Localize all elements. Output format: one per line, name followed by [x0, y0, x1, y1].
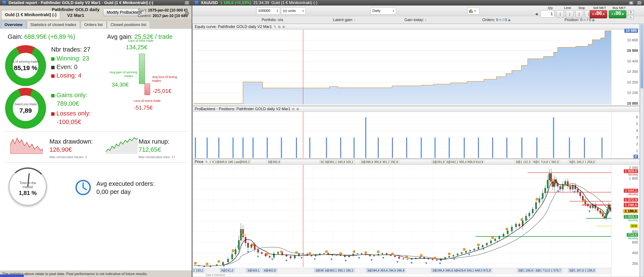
menu-icon[interactable]: ▤	[629, 1, 634, 5]
stop-stepper-button[interactable]: ▲▼	[566, 10, 574, 18]
entry-annotation: 3@398,9 355,8 301,2 292,8	[360, 160, 399, 164]
vertical-scrollbar[interactable]	[640, 24, 644, 277]
best-trade-value: 134,25€	[126, 44, 147, 51]
restore-icon[interactable]: ❐	[184, 1, 190, 5]
positions-plot[interactable]	[194, 112, 611, 158]
collapse-left-icon[interactable]: ◀	[535, 10, 538, 20]
chevron-down-icon: ▾	[302, 9, 304, 12]
restore-icon[interactable]: ❐	[637, 1, 642, 5]
axis-label: 1 800	[629, 177, 638, 181]
price-panel: Price ✎ ⧉ ⊗ ⊞ Year2@945,6 186,7Low@505,2…	[193, 159, 640, 277]
axis-label: 1 053,1Monthly	[624, 215, 638, 222]
copy-icon[interactable]: ⧉	[292, 107, 294, 111]
report-titlebar[interactable]: Detailed report - Pathfinder GOLD daily …	[0, 0, 192, 5]
axis-label: 1	[636, 149, 638, 153]
max-consec-wins: Max consecutive wins: 17	[138, 155, 175, 159]
tab-overview[interactable]: Overview	[1, 21, 26, 28]
equity-panel: Equity curve: Pathfinder GOLD daily V2 M…	[193, 24, 640, 106]
chart-type-button[interactable]: ▾	[467, 7, 480, 14]
screen: Detailed report - Pathfinder GOLD daily …	[0, 0, 644, 277]
entry-annotation: Low@505,2	[233, 160, 251, 164]
taskbar-fragment[interactable]	[0, 275, 24, 277]
axis-label: 10 000	[627, 102, 638, 106]
sell-mkt-label: Sell MKT	[593, 6, 606, 9]
chevron-down-icon: ▾	[474, 9, 476, 12]
portfolio-status: Portfolio: n/a	[262, 18, 283, 22]
axis-label: 400	[632, 251, 638, 255]
order-tool-buttons: ▲▼ ▲▼ ▲▼ ▲▼	[556, 10, 593, 18]
axis-label: 713,5Monthly	[627, 233, 638, 240]
exit-annotation: 3@1 108,8	[517, 269, 534, 272]
exit-annotation: 3@402,6	[263, 269, 277, 272]
tab-statistics-of-closed-trades[interactable]: Statistics of closed trades	[27, 21, 80, 28]
losing-count: Losing: 4	[51, 72, 82, 79]
clock-icon	[74, 179, 92, 196]
worst-trade-label: Loss of worst trade	[128, 99, 166, 103]
even-count: Even: 0	[51, 63, 78, 70]
order-entry-panel: Qty Limit Stop Sell MKT Buy MKT ◀ ▲▼ ▲▼ …	[535, 6, 643, 19]
limit-order-toggle[interactable]: L	[628, 15, 634, 19]
entry-annotations-row: Year2@945,6 186,7Low@505,23@392,93@399,9…	[194, 160, 611, 165]
entry-annotation: 3@361,1 345,9 329,1	[324, 160, 354, 164]
max-runup-value: 712,65€	[138, 146, 161, 153]
avg-loss-value: -25,01€	[153, 88, 172, 94]
stop-label: Stop	[578, 6, 585, 9]
chart-titlebar[interactable]: XAUUSD 1 186,6 (+0,33%) 21:34:39 Guld (1…	[192, 0, 644, 5]
time-in-market-gauge: Time in the market 1,81 %	[8, 168, 47, 206]
positions-panel-header: ProBacktest - Positions: Pathfinder GOLD…	[193, 106, 640, 112]
chevron-down-icon: ▾	[393, 9, 394, 12]
data-note: Data is indicative	[206, 274, 225, 277]
equity-curve-plot[interactable]	[194, 30, 611, 105]
equity-axis: 10 00010 10010 20010 30010 40010 50010 6…	[612, 30, 639, 105]
buy-mkt-button[interactable]: 1 186,8	[609, 10, 626, 18]
gains-only-value: 789,00€	[57, 100, 79, 107]
quantity-spinner[interactable]: 100000 ▲▼	[256, 7, 280, 14]
order-link-button[interactable]: ▲▼	[575, 10, 583, 18]
scrollbar-thumb[interactable]	[640, 24, 643, 88]
gear-icon[interactable]: ⚙	[184, 10, 190, 17]
units-dropdown[interactable]: (x) units ▾	[281, 7, 306, 14]
report-app-icon	[2, 1, 6, 5]
winning-count: Winning: 23	[51, 55, 89, 62]
axis-label: 600	[632, 241, 638, 245]
chart-app-icon	[194, 1, 199, 5]
axis-label: 200	[632, 262, 638, 266]
axis-label: 10 600	[627, 38, 638, 42]
latent-gain-status: Latent gain: -	[333, 18, 355, 22]
sell-mkt-button[interactable]: 1 186,4	[590, 10, 607, 18]
avg-win-label: Avg gain of winning trades →	[105, 70, 137, 78]
axis-label: 2	[636, 142, 638, 146]
entry-annotation: 3@1 184,2 1 254,0	[568, 160, 596, 164]
max-drawdown-value: 126,90€	[50, 146, 72, 153]
candlestick-icon	[469, 9, 472, 13]
axis-label: 1 186,6	[623, 209, 638, 213]
tab-orders-list[interactable]: Orders list	[80, 21, 106, 28]
eye-icon: ◉	[508, 18, 510, 22]
stop-order-toggle[interactable]: S	[628, 10, 634, 14]
copy-icon[interactable]: ⧉	[278, 25, 280, 29]
chart-clock: 21:34:39	[254, 0, 269, 5]
price-plot[interactable]	[194, 165, 611, 267]
limit-stepper-button[interactable]: ▲▼	[556, 10, 564, 18]
axis-label: 4	[636, 129, 638, 133]
worst-trade-value: -51,75€	[134, 104, 153, 111]
timeframe-dropdown[interactable]: Daily ▾	[370, 7, 396, 14]
price-axis: 2 0001 8008006004002001 909,6Monthly1 54…	[612, 165, 639, 267]
exit-annotation: 3@1 712,0 1 579,7	[534, 269, 562, 272]
exit-annotation: 3@78,2 133,2	[193, 269, 204, 272]
axis-label: 10 500	[627, 49, 638, 53]
report-status-bar: The statistics above relate to past data…	[0, 271, 192, 277]
exit-annotation: 3@363,1 350,1 330,1	[324, 269, 354, 272]
tab-closed-positions-list[interactable]: Closed positions list	[107, 21, 150, 28]
losses-only-value: -100,05€	[57, 118, 81, 125]
axis-label: 10 300	[627, 70, 638, 74]
close-icon[interactable]: ⊗	[296, 107, 299, 111]
order-qty-input[interactable]	[540, 10, 554, 17]
gain-today-status: Gain today: -	[404, 18, 426, 22]
entry-annotation: 3@442,1 555,4 658,8 614,9	[445, 160, 484, 164]
axis-label: 10 689	[624, 29, 638, 33]
close-icon[interactable]: ⊗	[282, 25, 285, 29]
pencil-icon[interactable]: ✎	[274, 25, 276, 29]
axis-label: 908	[630, 224, 638, 228]
winning-donut: % of winning trades 85,19 %	[5, 45, 46, 86]
